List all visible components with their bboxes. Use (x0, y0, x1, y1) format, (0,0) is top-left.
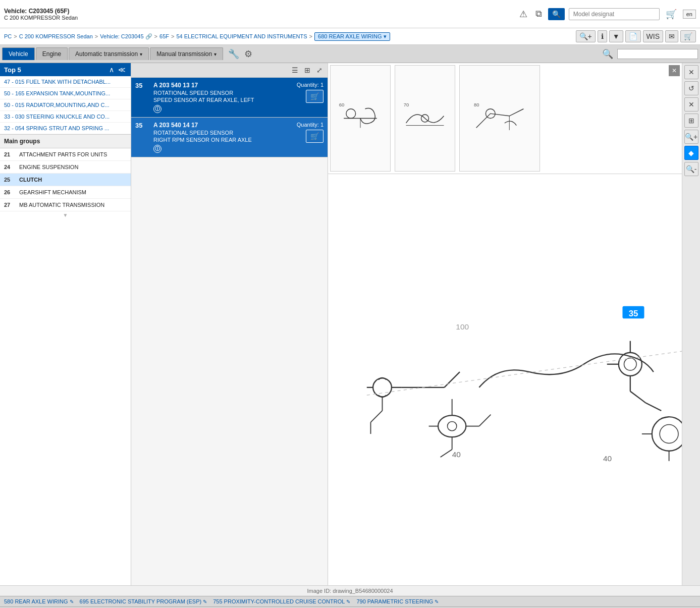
rt-zoom-out-btn[interactable]: 🔍- (684, 162, 698, 176)
top5-list: 47 - 015 FUEL TANK WITH DETACHABL... 50 … (0, 76, 131, 134)
part-info-badge-0[interactable]: ⓘ (153, 105, 161, 113)
top5-item-1[interactable]: 50 - 165 EXPANSION TANK,MOUNTING... (0, 88, 131, 99)
edit-icon-755: ✎ (346, 599, 350, 604)
diagram-close-btn[interactable]: ✕ (669, 65, 680, 76)
part-qty-0: Quantity: 1 🛒 (283, 82, 324, 103)
list-view-btn[interactable]: ☰ (290, 65, 300, 75)
diagram-thumb-70[interactable]: 70 (395, 65, 455, 172)
part-article-0: A 203 540 13 17 (153, 82, 279, 89)
group-item-25[interactable]: 25 CLUTCH (0, 174, 131, 186)
edit-icon-580: ✎ (70, 599, 74, 604)
collapse-btn[interactable]: ∧ (108, 66, 115, 74)
part-info-badge-1[interactable]: ⓘ (153, 145, 161, 153)
extra-icon-2[interactable]: ⚙ (242, 47, 254, 61)
top-bar-right: ⚠ ⧉ 🔍 🛒 en (517, 8, 696, 21)
model-search-btn[interactable]: 🔍 (548, 8, 565, 20)
breadcrumb-pc[interactable]: PC (4, 33, 12, 39)
qty-label-0: Quantity: 1 (297, 82, 324, 88)
filter-btn[interactable]: ▼ (609, 30, 623, 42)
nav-search-area: 🔍 (600, 47, 698, 61)
diagram-top-row: 60 70 80 (328, 63, 700, 174)
tab-automatic-transmission[interactable]: Automatic transmission ▾ (69, 47, 149, 60)
nav-search-icon[interactable]: 🔍 (600, 47, 615, 61)
top5-item-2[interactable]: 50 - 015 RADIATOR,MOUNTING,AND C... (0, 99, 131, 111)
group-label-24: ENGINE SUSPENSION (19, 164, 78, 170)
language-badge[interactable]: en (683, 10, 696, 19)
zoom-in-btn[interactable]: 🔍+ (576, 30, 596, 42)
diagram-svg: 100 35 40 40 (328, 174, 700, 585)
copy-icon-btn[interactable]: ⧉ (533, 8, 544, 20)
bottom-tab-790[interactable]: 790 PARAMETRIC STEERING ✎ (356, 598, 439, 604)
cart-top-btn[interactable]: 🛒 (680, 30, 696, 42)
part-name-0: ROTATIONAL SPEED SENSOR (153, 90, 279, 96)
print-btn[interactable]: 📄 (625, 30, 641, 42)
breadcrumb-vehicle-id[interactable]: Vehicle: C203045 🔗 (100, 33, 152, 40)
warning-icon-btn[interactable]: ⚠ (517, 8, 529, 21)
left-panel: Top 5 ∧ ≪ 47 - 015 FUEL TANK WITH DETACH… (0, 63, 131, 585)
model-search-input[interactable] (569, 8, 660, 20)
top-bar: Vehicle: C203045 (65F) C 200 KOMPRESSOR … (0, 0, 700, 28)
main-content: Top 5 ∧ ≪ 47 - 015 FUEL TANK WITH DETACH… (0, 63, 700, 585)
nav-search-input[interactable] (617, 49, 698, 59)
parts-list: ☰ ⊞ ⤢ 35 A 203 540 13 17 ROTATIONAL SPEE… (131, 63, 328, 585)
breadcrumb-54[interactable]: 54 ELECTRICAL EQUIPMENT AND INSTRUMENTS (176, 33, 307, 39)
close-left-btn[interactable]: ≪ (117, 66, 127, 74)
left-panel-controls: ∧ ≪ (108, 66, 127, 74)
part-pos-1: 35 (135, 122, 149, 129)
rt-highlight-btn[interactable]: ◆ (684, 146, 698, 160)
bottom-tab-755[interactable]: 755 PROXIMITY-CONTROLLED CRUISE CONTROL … (213, 598, 350, 604)
rt-close-btn[interactable]: ✕ (684, 65, 698, 79)
expand-list-btn[interactable]: ⤢ (314, 65, 325, 75)
breadcrumb-65f[interactable]: 65F (159, 33, 169, 39)
grid-view-btn[interactable]: ⊞ (302, 65, 312, 75)
edit-icon-695: ✎ (203, 599, 207, 604)
rt-zoom-in-btn[interactable]: 🔍+ (684, 130, 698, 144)
svg-rect-10 (328, 271, 700, 488)
main-groups-title: Main groups (0, 134, 131, 148)
mail-btn[interactable]: ✉ (665, 30, 678, 42)
rt-compare-btn[interactable]: ✕ (684, 97, 698, 112)
diagram-thumb-80[interactable]: 80 (459, 65, 540, 172)
image-id-label: Image ID: drawing_B54680000024 (0, 585, 700, 596)
group-item-27[interactable]: 27 MB AUTOMATIC TRANSMISSION (0, 199, 131, 211)
top5-item-3[interactable]: 33 - 030 STEERING KNUCKLE AND CO... (0, 111, 131, 123)
group-item-26[interactable]: 26 GEARSHIFT MECHANISM (0, 186, 131, 199)
tab-vehicle[interactable]: Vehicle (2, 47, 35, 60)
svg-text:70: 70 (404, 102, 409, 107)
right-toolbar: ✕ ↺ ✕ ⊞ 🔍+ ◆ 🔍- (682, 63, 700, 585)
group-item-24[interactable]: 24 ENGINE SUSPENSION (0, 161, 131, 174)
automatic-dropdown-icon: ▾ (140, 51, 142, 57)
svg-text:35: 35 (629, 309, 638, 318)
top5-item-4[interactable]: 32 - 054 SPRING STRUT AND SPRING ... (0, 123, 131, 134)
bottom-tabs: 580 REAR AXLE WIRING ✎ 695 ELECTRONIC ST… (0, 596, 700, 607)
breadcrumb-vehicle-model[interactable]: C 200 KOMPRESSOR Sedan (19, 33, 93, 39)
bottom-tab-580[interactable]: 580 REAR AXLE WIRING ✎ (4, 598, 74, 604)
vehicle-id: Vehicle: C203045 (65F) (4, 8, 78, 15)
tab-engine[interactable]: Engine (36, 47, 68, 60)
top5-item-0[interactable]: 47 - 015 FUEL TANK WITH DETACHABL... (0, 76, 131, 88)
wis-btn[interactable]: WIS (643, 30, 663, 42)
diagram-thumb-60[interactable]: 60 (330, 65, 391, 172)
group-item-21[interactable]: 21 ATTACHMENT PARTS FOR UNITS (0, 148, 131, 161)
svg-text:40: 40 (452, 450, 461, 459)
vehicle-name: C 200 KOMPRESSOR Sedan (4, 15, 78, 21)
diagram-area: ✕ 60 70 (328, 63, 700, 585)
group-label-26: GEARSHIFT MECHANISM (19, 189, 86, 195)
extra-icon-1[interactable]: 🔧 (226, 47, 241, 61)
parts-list-body: 35 A 203 540 13 17 ROTATIONAL SPEED SENS… (131, 78, 328, 585)
cart-icon-btn[interactable]: 🛒 (664, 8, 679, 21)
svg-text:80: 80 (473, 102, 478, 107)
bottom-tab-695[interactable]: 695 ELECTRONIC STABILITY PROGRAM (ESP) ✎ (80, 598, 207, 604)
part-details-0: A 203 540 13 17 ROTATIONAL SPEED SENSOR … (153, 82, 279, 113)
breadcrumb-current[interactable]: 680 REAR AXLE WIRING ▾ (314, 32, 390, 41)
part-qty-1: Quantity: 1 🛒 (283, 122, 324, 143)
part-pos-0: 35 (135, 82, 149, 89)
part-item-1: 35 A 203 540 14 17 ROTATIONAL SPEED SENS… (131, 118, 328, 157)
info-btn[interactable]: ℹ (598, 30, 607, 42)
rt-refresh-btn[interactable]: ↺ (684, 81, 698, 95)
tab-manual-transmission[interactable]: Manual transmission ▾ (150, 47, 223, 60)
rt-table-btn[interactable]: ⊞ (684, 114, 698, 128)
add-to-cart-btn-0[interactable]: 🛒 (306, 90, 324, 103)
add-to-cart-btn-1[interactable]: 🛒 (306, 130, 324, 143)
parts-list-header: ☰ ⊞ ⤢ (131, 63, 328, 78)
